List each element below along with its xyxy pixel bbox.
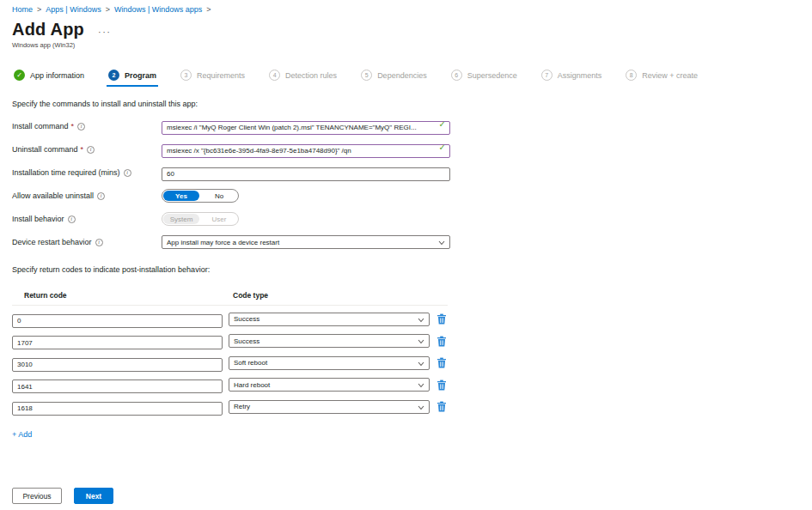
toggle-option-yes[interactable]: Yes (163, 191, 199, 201)
field-label-text: Installation time required (mins) (12, 168, 120, 177)
step-detection-rules[interactable]: 4 Detection rules (267, 70, 339, 87)
delete-row-button[interactable] (436, 357, 447, 369)
next-button[interactable]: Next (74, 488, 113, 504)
return-codes-intro-text: Specify return codes to indicate post-in… (12, 265, 800, 274)
chevron-down-icon (418, 383, 424, 388)
step-program[interactable]: 2 Program (107, 70, 158, 87)
breadcrumb-home[interactable]: Home (12, 5, 33, 14)
install-behavior-toggle: System User (162, 212, 239, 226)
uninstall-command-input[interactable] (162, 144, 450, 158)
return-code-input[interactable] (12, 379, 223, 393)
select-value-text: Retry (234, 403, 250, 410)
step-number-badge: 6 (451, 70, 462, 81)
chevron-down-icon (418, 361, 424, 367)
breadcrumb-apps-windows[interactable]: Apps | Windows (46, 5, 101, 14)
wizard-steps: ✓ App information 2 Program 3 Requiremen… (12, 70, 800, 87)
step-number-badge: 8 (626, 70, 637, 81)
step-app-information[interactable]: ✓ App information (12, 70, 86, 87)
info-icon[interactable]: i (95, 239, 103, 246)
delete-row-button[interactable] (436, 335, 447, 347)
step-label: Assignments (558, 71, 602, 80)
info-icon[interactable]: i (124, 169, 131, 177)
step-label: Requirements (197, 71, 245, 80)
device-restart-behavior-select[interactable]: App install may force a device restart (162, 235, 450, 249)
trash-icon (437, 357, 447, 368)
step-number-badge: 4 (269, 70, 280, 81)
field-label-text: Install command (12, 122, 69, 131)
add-return-code-link[interactable]: + Add (12, 430, 32, 439)
install-time-input[interactable] (162, 167, 450, 181)
return-code-input[interactable] (12, 358, 223, 372)
wizard-footer: Previous Next (12, 488, 113, 504)
step-supersedence[interactable]: 6 Supersedence (449, 70, 519, 87)
field-label-text: Device restart behavior (12, 238, 92, 246)
toggle-option-no[interactable]: No (201, 191, 237, 201)
trash-icon (437, 401, 447, 412)
step-number-badge: 5 (361, 70, 372, 81)
return-codes-header: Return code Code type (12, 291, 448, 306)
breadcrumb-windows-apps[interactable]: Windows | Windows apps (114, 5, 202, 14)
return-code-row: Success (12, 333, 800, 350)
chevron-down-icon (418, 318, 424, 323)
step-complete-check-icon: ✓ (14, 70, 25, 81)
install-command-input[interactable] (162, 121, 450, 135)
device-restart-behavior-label: Device restart behavior i (12, 238, 162, 246)
required-asterisk: * (81, 145, 84, 154)
active-step-underline (107, 85, 158, 87)
step-number-badge: 3 (180, 70, 192, 81)
previous-button[interactable]: Previous (12, 488, 62, 504)
step-label: Supersedence (467, 71, 517, 80)
step-requirements[interactable]: 3 Requirements (179, 70, 247, 87)
chevron-down-icon (418, 405, 424, 410)
install-behavior-label: Install behavior i (12, 215, 162, 223)
code-type-select[interactable]: Retry (229, 400, 430, 414)
info-icon[interactable]: i (68, 216, 76, 223)
select-value-text: Soft reboot (234, 359, 267, 367)
code-type-select[interactable]: Soft reboot (229, 356, 430, 370)
return-code-row: Hard reboot (12, 377, 800, 394)
return-code-column-header: Return code (12, 291, 229, 300)
select-value-text: Hard reboot (234, 381, 270, 389)
install-time-label: Installation time required (mins) i (12, 168, 162, 177)
step-label: Detection rules (285, 71, 337, 80)
delete-row-button[interactable] (436, 401, 447, 413)
return-code-input[interactable] (12, 314, 223, 328)
trash-icon (437, 379, 447, 391)
info-icon[interactable]: i (97, 192, 105, 200)
step-review-create[interactable]: 8 Review + create (624, 70, 699, 87)
field-label-text: Allow available uninstall (12, 191, 94, 200)
page-title: Add App (12, 20, 84, 39)
return-code-input[interactable] (12, 336, 223, 349)
toggle-option-system: System (163, 214, 199, 224)
code-type-select[interactable]: Success (229, 313, 430, 326)
step-label: Program (125, 71, 156, 80)
add-app-wizard-page: Home > Apps | Windows > Windows | Window… (0, 0, 812, 510)
return-code-row: Retry (12, 398, 800, 416)
allow-available-uninstall-label: Allow available uninstall i (12, 191, 162, 200)
chevron-down-icon (418, 339, 424, 344)
more-actions-ellipsis-icon[interactable]: ··· (98, 27, 112, 39)
breadcrumb-separator: > (37, 5, 41, 14)
info-icon[interactable]: i (87, 146, 95, 154)
return-code-input[interactable] (12, 402, 223, 416)
install-command-label: Install command * i (12, 122, 162, 131)
page-subtitle: Windows app (Win32) (12, 41, 800, 49)
return-code-row: Soft reboot (12, 355, 800, 372)
toggle-option-user: User (201, 214, 237, 224)
step-label: App information (30, 71, 84, 80)
info-icon[interactable]: i (77, 123, 85, 131)
select-value-text: Success (234, 337, 259, 345)
field-label-text: Uninstall command (12, 145, 78, 154)
delete-row-button[interactable] (436, 313, 447, 325)
step-number-badge: 7 (541, 70, 553, 81)
trash-icon (437, 336, 447, 347)
code-type-select[interactable]: Hard reboot (229, 378, 430, 392)
breadcrumb-separator: > (106, 5, 110, 14)
breadcrumb-separator: > (206, 5, 211, 14)
code-type-select[interactable]: Success (229, 334, 430, 348)
step-assignments[interactable]: 7 Assignments (540, 70, 604, 87)
step-dependencies[interactable]: 5 Dependencies (359, 70, 429, 87)
breadcrumb: Home > Apps | Windows > Windows | Window… (12, 5, 800, 14)
step-label: Review + create (642, 71, 698, 80)
delete-row-button[interactable] (436, 379, 447, 391)
